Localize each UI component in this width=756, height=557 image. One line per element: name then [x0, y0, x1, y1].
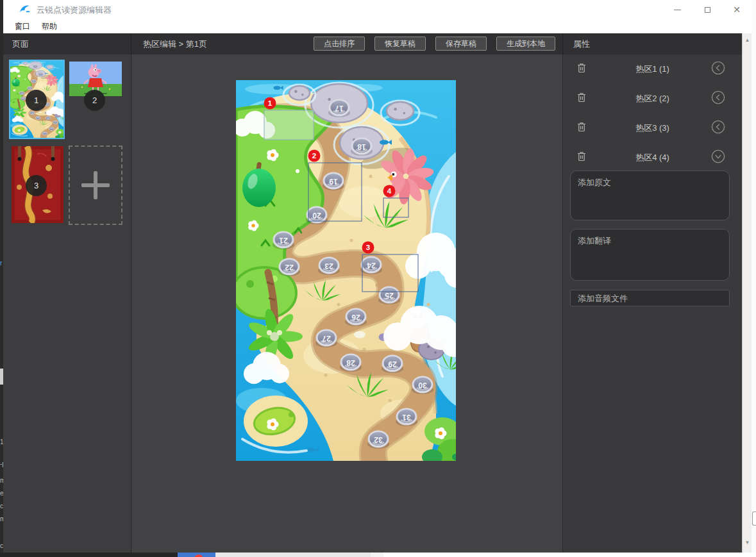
map-stone: 17	[33, 65, 38, 69]
properties-header-label: 属性	[573, 38, 590, 50]
delete-hotzone-icon[interactable]	[577, 122, 586, 135]
window-title: 云锐点读资源编辑器	[37, 4, 112, 16]
page-map-image[interactable]: 171819202122232425262728293031321234	[236, 80, 456, 461]
maximize-icon	[705, 7, 710, 13]
titlebar: 云锐点读资源编辑器 ✕	[3, 0, 752, 19]
hotzone-row-1[interactable]: 热区1 (1)	[563, 54, 742, 84]
svg-text:23: 23	[324, 262, 333, 270]
svg-text:2: 2	[312, 152, 316, 160]
chevron-left-icon[interactable]	[711, 90, 725, 107]
maximize-button[interactable]	[694, 0, 720, 19]
map-stone: 26	[345, 308, 367, 327]
map-stone: 20	[306, 206, 328, 225]
svg-text:18: 18	[357, 142, 366, 151]
original-text-input[interactable]	[570, 170, 730, 220]
hotzone-badge[interactable]: 4	[383, 185, 396, 197]
toolbar: 点击排序 恢复草稿 保存草稿 生成到本地	[314, 37, 555, 51]
svg-text:25: 25	[385, 291, 394, 300]
map-stone: 19	[31, 79, 37, 83]
background-window-right-sliver	[752, 0, 756, 557]
hotzone-row-2[interactable]: 热区2 (2)	[563, 84, 742, 113]
pages-sidebar: 17181920212223242526272829303132	[3, 54, 131, 553]
delete-hotzone-icon[interactable]	[577, 92, 586, 105]
pages-header-label: 页面	[12, 38, 29, 50]
save-draft-button[interactable]: 保存草稿	[435, 37, 487, 51]
map-stone: 21	[19, 92, 24, 96]
hotzone-row-4[interactable]: 热区4 (4)	[563, 143, 742, 172]
pages-header: 页面	[3, 33, 131, 54]
svg-text:31: 31	[402, 413, 411, 422]
editor-canvas: 171819202122232425262728293031321234	[131, 54, 562, 553]
scroll-down-arrow[interactable]: ▼	[743, 538, 752, 547]
map-stone: 22	[278, 258, 300, 277]
hotzone-badge[interactable]: 1	[264, 97, 276, 110]
chevron-down-icon[interactable]	[711, 149, 725, 166]
taskbar-strip	[0, 553, 756, 557]
menu-bar: 窗口 帮助	[3, 19, 752, 33]
delete-hotzone-icon[interactable]	[577, 151, 586, 164]
hotzone-badge[interactable]: 2	[308, 150, 321, 162]
taskbar-white-segment	[383, 553, 756, 557]
taskbar-active-tab	[178, 553, 215, 557]
svg-text:30: 30	[418, 381, 427, 390]
svg-text:1: 1	[268, 99, 273, 107]
map-stone: 25	[378, 287, 400, 305]
map-stone: 22	[21, 97, 26, 101]
map-stone: 17	[328, 99, 350, 118]
svg-text:3: 3	[366, 244, 370, 251]
audio-file-input[interactable]	[570, 290, 730, 306]
svg-text:17: 17	[335, 104, 344, 113]
add-page-button[interactable]	[69, 145, 122, 225]
map-stone: 21	[273, 231, 294, 250]
restore-draft-button[interactable]: 恢复草稿	[374, 37, 426, 51]
minimize-icon	[674, 10, 681, 10]
svg-text:26: 26	[351, 313, 360, 322]
properties-panel: 热区1 (1) 热区2 (2) 热区3 (3)	[562, 54, 742, 553]
edge-fragment: r	[0, 260, 2, 267]
translation-text-input[interactable]	[570, 229, 730, 281]
map-stone: 18	[38, 72, 43, 76]
svg-text:27: 27	[322, 334, 331, 343]
map-stone: 27	[29, 111, 35, 115]
svg-text:4: 4	[387, 187, 392, 195]
map-stone: 28	[35, 116, 40, 120]
map-stone: 29	[46, 117, 51, 121]
close-button[interactable]: ✕	[724, 0, 750, 19]
properties-header: 属性	[562, 33, 742, 54]
page-number-badge: 2	[84, 90, 105, 111]
map-stone: 32	[367, 431, 389, 449]
map-stone: 28	[340, 354, 362, 372]
map-stone: 30	[53, 121, 58, 124]
map-stone: 18	[351, 138, 373, 156]
close-icon: ✕	[733, 4, 741, 15]
delete-hotzone-icon[interactable]	[577, 63, 586, 76]
map-stone: 31	[49, 127, 54, 131]
map-stone: 30	[412, 376, 433, 395]
taskbar-light-segment	[215, 553, 371, 557]
taskbar-dark-segment	[0, 553, 178, 557]
sort-by-click-button[interactable]: 点击排序	[314, 37, 365, 51]
hotzone-row-3[interactable]: 热区3 (3)	[563, 113, 742, 143]
generate-local-button[interactable]: 生成到本地	[496, 37, 555, 51]
scroll-up-arrow[interactable]: ▲	[743, 35, 752, 45]
svg-text:28: 28	[346, 358, 355, 367]
hotzone-badge[interactable]: 3	[362, 242, 374, 254]
page-number-badge: 3	[26, 175, 47, 196]
plus-icon	[81, 171, 110, 199]
taskbar-light-segment	[371, 553, 383, 557]
map-stone: 19	[323, 172, 344, 191]
menu-window[interactable]: 窗口	[9, 20, 36, 33]
svg-text:21: 21	[279, 236, 288, 245]
map-stone: 20	[27, 87, 32, 90]
editor-header: 热区编辑 > 第1页 点击排序 恢复草稿 保存草稿 生成到本地	[131, 33, 562, 54]
menu-help[interactable]: 帮助	[36, 20, 63, 33]
window-scrollbar[interactable]: ▲ ▼	[742, 33, 752, 553]
svg-text:20: 20	[312, 211, 321, 220]
minimize-button[interactable]	[664, 0, 690, 19]
map-stone: 24	[360, 256, 382, 275]
hotzone-rect[interactable]	[264, 110, 314, 140]
chevron-left-icon[interactable]	[711, 61, 725, 78]
chevron-left-icon[interactable]	[711, 120, 725, 137]
svg-text:22: 22	[285, 263, 294, 272]
map-stone: 27	[315, 329, 337, 348]
